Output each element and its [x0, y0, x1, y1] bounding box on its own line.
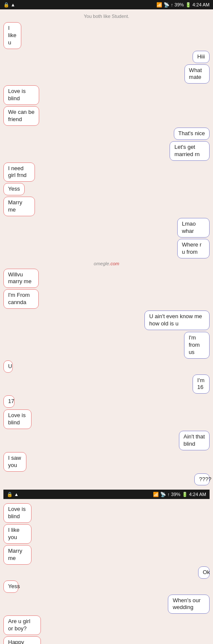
bubble-right: That's nice — [174, 128, 210, 140]
bubble-left: Are u girl or boy? — [3, 615, 41, 635]
msg-row: 17 — [3, 395, 210, 408]
bubble-left: Yess — [3, 580, 18, 593]
bubble-right: I'm from us — [184, 332, 210, 359]
bubble-right: I'm 16 — [193, 374, 210, 394]
omegle-watermark: omegle.com — [3, 260, 210, 267]
msg-row: I like u — [3, 22, 210, 49]
status-left-icons: 🔒 ▲ — [3, 2, 15, 8]
bubble-right: ???? — [194, 473, 210, 486]
bubble-left: Yess — [3, 183, 25, 195]
bubble-left: Happy Easter day — [3, 636, 41, 644]
bubble-left: Love is blind — [3, 85, 39, 105]
bubble-right: Ain't that blind — [179, 431, 210, 450]
bubble-left: Willvu marry me — [3, 269, 39, 288]
status-bar-divider: 🔒 ▲ 📶 📡 ↑ 39% 🔋 4:24 AM — [3, 490, 210, 499]
msg-row: I'm from us — [3, 332, 210, 359]
bubble-left: Marry me — [3, 545, 32, 565]
system-message-1: You both like Student. — [3, 12, 210, 20]
msg-row: When's our wedding — [3, 595, 210, 614]
bubble-right: What mate — [184, 64, 210, 84]
bubble-right: When's our wedding — [168, 595, 210, 614]
bubble-left: 17 — [3, 395, 14, 408]
bubble-left: We can be friend — [3, 106, 39, 126]
msg-row: I need girl frnd Yess Marry me — [3, 162, 210, 216]
msg-row: Willvu marry me I'm From cannda — [3, 269, 210, 309]
bubble-right: Hiii — [193, 51, 210, 63]
msg-row: Love is blind We can be friend — [3, 85, 210, 126]
bubble-right: Ok — [198, 566, 210, 579]
msg-row: Yess — [3, 580, 210, 593]
bubble-right: Where r u from — [177, 239, 210, 258]
msg-row: Lmao whar Where r u from — [3, 218, 210, 258]
msg-row: Love is blind I like you Marry me — [3, 503, 210, 564]
divider-left-icons: 🔒 ▲ — [7, 492, 19, 497]
status-right-icons: 📶 📡 ↑ 39% 🔋 4:24 AM — [156, 2, 210, 8]
bubble-left: I'm From cannda — [3, 289, 39, 309]
bubble-left: I like u — [3, 22, 21, 49]
bubble-left: I need girl frnd — [3, 162, 35, 182]
bubble-left: Marry me — [3, 197, 35, 216]
msg-row: Hiii What mate — [3, 51, 210, 84]
status-bar-1: 🔒 ▲ 📶 📡 ↑ 39% 🔋 4:24 AM — [0, 0, 213, 9]
msg-row: Ain't that blind — [3, 431, 210, 450]
msg-row: ???? — [3, 473, 210, 486]
msg-row: Are u girl or boy? Happy Easter day — [3, 615, 210, 644]
bubble-left: U — [3, 360, 13, 373]
msg-row: Love is blind — [3, 409, 210, 429]
bubble-left: Love is blind — [3, 409, 32, 429]
msg-row: I'm 16 — [3, 374, 210, 394]
chat-container: You both like Student. I like u Hiii Wha… — [0, 9, 213, 644]
bubble-right: Lmao whar — [177, 218, 210, 238]
bubble-right: Let's get married rn — [170, 141, 210, 161]
msg-row: That's nice Let's get married rn — [3, 128, 210, 161]
bubble-left: I saw you — [3, 452, 26, 472]
msg-row: Ok — [3, 566, 210, 579]
bubble-right: U ain't even know me how old is u — [144, 310, 210, 330]
bubble-left: Love is blind — [3, 503, 32, 523]
bubble-left: I like you — [3, 524, 32, 544]
msg-row: U ain't even know me how old is u — [3, 310, 210, 330]
divider-right-icons: 📶 📡 ↑ 39% 🔋 4:24 AM — [153, 492, 206, 497]
msg-row: U — [3, 360, 210, 373]
msg-row: I saw you — [3, 452, 210, 472]
